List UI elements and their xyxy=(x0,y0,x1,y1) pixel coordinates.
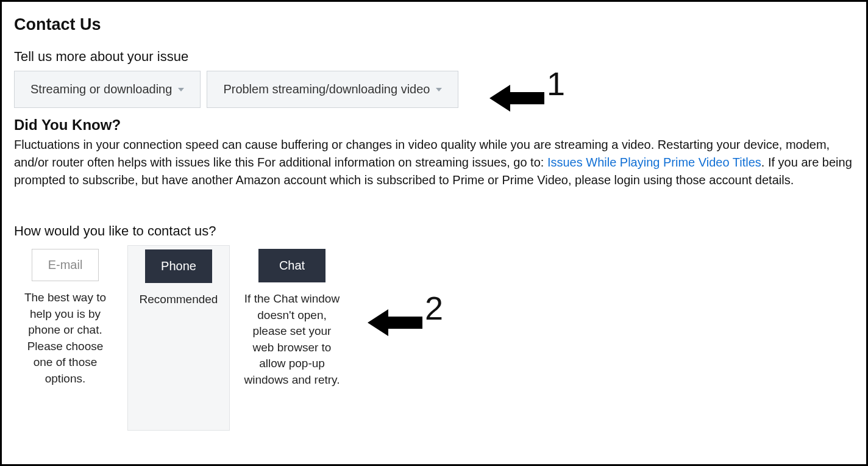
page-title: Contact Us xyxy=(14,15,854,34)
phone-button[interactable]: Phone xyxy=(145,249,212,283)
annotation-arrow-2: 2 xyxy=(368,306,443,340)
email-description: The best way to help you is by phone or … xyxy=(14,290,116,387)
issue-detail-label: Problem streaming/downloading video xyxy=(223,82,430,96)
page-frame: Contact Us Tell us more about your issue… xyxy=(0,0,868,466)
annotation-number-2: 2 xyxy=(425,292,443,324)
issue-dropdown-row: Streaming or downloading Problem streami… xyxy=(14,71,854,108)
email-button[interactable]: E-mail xyxy=(32,249,99,281)
issue-category-label: Streaming or downloading xyxy=(30,82,172,96)
chat-button[interactable]: Chat xyxy=(258,249,326,282)
arrow-left-icon xyxy=(368,306,422,340)
chevron-down-icon xyxy=(178,88,184,91)
did-you-know-text: Fluctuations in your connection speed ca… xyxy=(14,136,854,189)
issue-category-dropdown[interactable]: Streaming or downloading xyxy=(14,71,201,108)
issue-detail-dropdown[interactable]: Problem streaming/downloading video xyxy=(207,71,458,108)
contact-option-phone: Phone Recommended xyxy=(127,245,230,431)
contact-option-chat: Chat If the Chat window doesn't open, pl… xyxy=(241,245,343,389)
svg-marker-1 xyxy=(368,309,422,336)
issues-help-link[interactable]: Issues While Playing Prime Video Titles xyxy=(547,156,761,169)
annotation-number-1: 1 xyxy=(547,67,565,100)
annotation-arrow-1: 1 xyxy=(489,81,565,115)
phone-description: Recommended xyxy=(128,292,229,308)
contact-option-email: E-mail The best way to help you is by ph… xyxy=(14,245,116,387)
chevron-down-icon xyxy=(436,88,442,91)
svg-marker-0 xyxy=(489,85,544,112)
arrow-left-icon xyxy=(489,81,544,115)
chat-description: If the Chat window doesn't open, please … xyxy=(241,291,343,389)
contact-prompt: How would you like to contact us? xyxy=(14,223,854,239)
did-you-know-title: Did You Know? xyxy=(14,116,854,134)
issue-prompt: Tell us more about your issue xyxy=(14,49,854,65)
